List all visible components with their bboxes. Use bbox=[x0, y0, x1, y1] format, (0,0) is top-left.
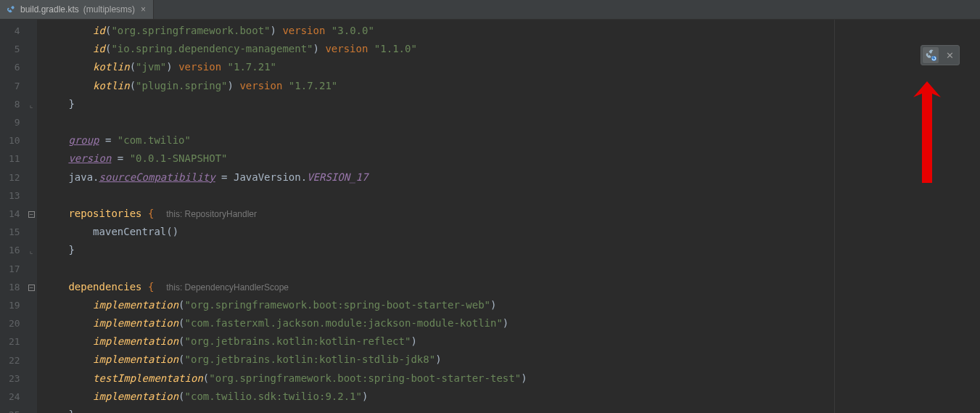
line-number: 6 bbox=[9, 58, 20, 76]
code-line[interactable]: testImplementation("org.springframework.… bbox=[44, 369, 980, 388]
fold-end-marker[interactable]: ⌞ bbox=[27, 406, 36, 413]
code-line[interactable]: version = "0.0.1-SNAPSHOT" bbox=[44, 150, 980, 168]
code-line[interactable]: java.sourceCompatibility = JavaVersion.V… bbox=[44, 168, 980, 187]
line-number: 24 bbox=[9, 388, 20, 406]
tab-bar: build.gradle.kts (multiplesms) × bbox=[0, 0, 980, 20]
code-line[interactable]: kotlin("jvm") version "1.7.21" bbox=[44, 58, 980, 76]
fold-end-marker[interactable]: ⌞ bbox=[27, 96, 36, 114]
code-line[interactable] bbox=[44, 113, 980, 131]
line-number: 23 bbox=[9, 369, 20, 388]
line-number: 19 bbox=[9, 296, 20, 314]
line-number: 15 bbox=[9, 223, 20, 241]
red-arrow-annotation bbox=[909, 81, 945, 190]
gutter: 45678910111213141516171819202122232425 bbox=[0, 20, 27, 413]
line-number: 25 bbox=[9, 406, 20, 413]
code-line[interactable] bbox=[44, 187, 980, 205]
code-line[interactable]: mavenCentral() bbox=[44, 223, 980, 241]
code-area[interactable]: id("org.springframework.boot") version "… bbox=[37, 20, 980, 413]
line-number: 4 bbox=[9, 22, 20, 40]
code-line[interactable]: implementation("com.fasterxml.jackson.mo… bbox=[44, 314, 980, 332]
line-number: 20 bbox=[9, 314, 20, 332]
line-number: 12 bbox=[9, 168, 20, 187]
code-line[interactable]: } bbox=[44, 406, 980, 413]
gradle-sync-close-button[interactable]: ✕ bbox=[942, 47, 958, 63]
code-line[interactable]: kotlin("plugin.spring") version "1.7.21" bbox=[44, 77, 980, 95]
code-line[interactable]: dependencies { this: DependencyHandlerSc… bbox=[44, 278, 980, 296]
line-number: 5 bbox=[9, 40, 20, 58]
line-number: 9 bbox=[9, 113, 20, 131]
fold-column: ⌞⌞⌞ bbox=[27, 20, 37, 413]
line-number: 18 bbox=[9, 278, 20, 296]
line-number: 22 bbox=[9, 351, 20, 369]
line-number: 7 bbox=[9, 77, 20, 95]
line-number: 14 bbox=[9, 205, 20, 223]
line-number: 11 bbox=[9, 150, 20, 168]
gradle-sync-button[interactable] bbox=[923, 47, 939, 63]
code-line[interactable]: id("io.spring.dependency-management") ve… bbox=[44, 40, 980, 58]
fold-end-marker[interactable]: ⌞ bbox=[27, 242, 36, 260]
editor-right-margin bbox=[834, 20, 835, 413]
tab-filename: build.gradle.kts bbox=[20, 4, 79, 15]
line-number: 13 bbox=[9, 187, 20, 205]
code-line[interactable]: id("org.springframework.boot") version "… bbox=[44, 22, 980, 40]
close-tab-icon[interactable]: × bbox=[139, 4, 147, 15]
editor: 45678910111213141516171819202122232425 ⌞… bbox=[0, 20, 980, 413]
line-number: 21 bbox=[9, 332, 20, 351]
code-line[interactable]: implementation("org.jetbrains.kotlin:kot… bbox=[44, 351, 980, 369]
code-line[interactable]: implementation("com.twilio.sdk:twilio:9.… bbox=[44, 388, 980, 406]
line-number: 8 bbox=[9, 95, 20, 113]
code-line[interactable]: } bbox=[44, 95, 980, 113]
fold-toggle-icon[interactable] bbox=[28, 211, 35, 218]
line-number: 17 bbox=[9, 260, 20, 278]
gradle-sync-floating-toolbar: ✕ bbox=[921, 45, 960, 65]
code-line[interactable]: implementation("org.jetbrains.kotlin:kot… bbox=[44, 332, 980, 351]
line-number: 16 bbox=[9, 241, 20, 259]
code-line[interactable]: } bbox=[44, 241, 980, 259]
tab-context: (multiplesms) bbox=[83, 4, 135, 15]
gradle-file-icon bbox=[6, 4, 16, 15]
code-line[interactable]: implementation("org.springframework.boot… bbox=[44, 296, 980, 314]
code-line[interactable]: repositories { this: RepositoryHandler bbox=[44, 205, 980, 223]
code-line[interactable]: group = "com.twilio" bbox=[44, 131, 980, 150]
fold-toggle-icon[interactable] bbox=[28, 285, 35, 291]
line-number: 10 bbox=[9, 131, 20, 150]
scrollbar-track[interactable] bbox=[971, 20, 980, 413]
editor-tab[interactable]: build.gradle.kts (multiplesms) × bbox=[0, 0, 154, 19]
close-icon: ✕ bbox=[946, 50, 954, 61]
code-line[interactable] bbox=[44, 259, 980, 277]
